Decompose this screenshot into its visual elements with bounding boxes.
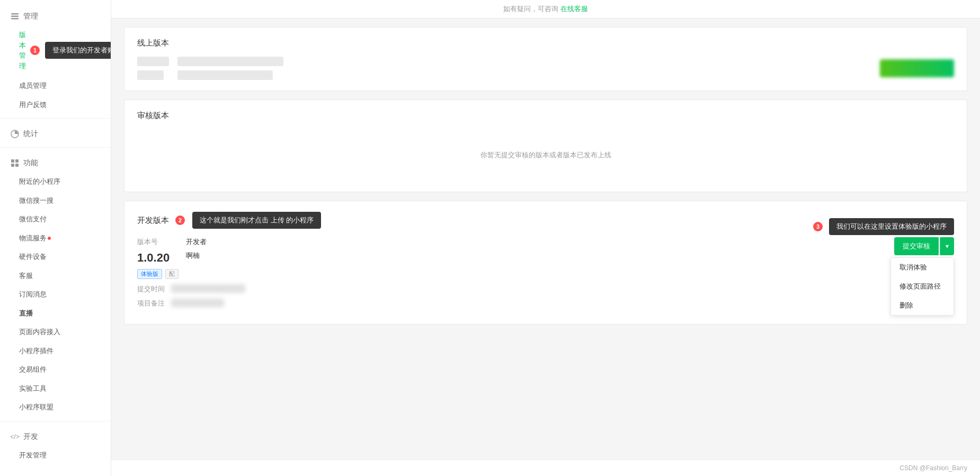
svg-rect-1 xyxy=(11,16,19,17)
sidebar-item-service[interactable]: 客服 xyxy=(0,266,111,285)
svg-rect-0 xyxy=(11,13,19,15)
notes-value xyxy=(171,299,224,309)
svg-rect-4 xyxy=(11,159,14,163)
online-version-card: 线上版本 xyxy=(124,27,967,91)
sidebar: 管理 版本管理 1 登录我们的开发者账户，点击版本管理 成员管理 用户反馈 统计… xyxy=(0,0,111,476)
annotation-bubble-1: 登录我们的开发者账户，点击版本管理 xyxy=(45,42,111,59)
submit-review-arrow-button[interactable]: ▾ xyxy=(940,237,954,255)
sidebar-item-dev-management[interactable]: 开发管理 xyxy=(0,446,111,465)
sidebar-item-nearby[interactable]: 附近的小程序 xyxy=(0,172,111,191)
sidebar-item-subscribe[interactable]: 订阅消息 xyxy=(0,285,111,304)
sidebar-item-version[interactable]: 版本管理 xyxy=(19,30,26,71)
annotation-bubble-2: 这个就是我们刚才点击 上传 的小程序 xyxy=(192,212,321,229)
sidebar-item-union[interactable]: 小程序联盟 xyxy=(0,398,111,417)
submit-review-button[interactable]: 提交审核 xyxy=(894,237,939,255)
online-version-blurred-info xyxy=(137,57,283,80)
tag-dev: 配 xyxy=(165,269,179,279)
sidebar-item-search[interactable]: 微信搜一搜 xyxy=(0,191,111,210)
sidebar-item-plugin[interactable]: 小程序插件 xyxy=(0,342,111,361)
review-empty-text: 你暂无提交审核的版本或者版本已发布上线 xyxy=(137,129,954,181)
sidebar-section-management: 管理 xyxy=(0,5,111,25)
svg-rect-7 xyxy=(15,164,19,167)
online-version-green-button xyxy=(880,59,954,77)
step-badge-1: 1 xyxy=(30,46,40,55)
notes-label: 项目备注 xyxy=(137,299,165,309)
function-title: 功能 xyxy=(23,158,38,168)
sidebar-item-trade[interactable]: 交易组件 xyxy=(0,360,111,379)
dev-version-actions: 3 我们可以在这里设置体验版的小程序 提交审核 ▾ 取消体验 修改页面路径 xyxy=(890,237,954,313)
annotation-bubble-3: 我们可以在这里设置体验版的小程序 xyxy=(829,218,954,235)
sidebar-item-logistics[interactable]: 物流服务 xyxy=(0,229,111,248)
step-badge-3: 3 xyxy=(813,222,823,231)
dropdown-item-modify-path[interactable]: 修改页面路径 xyxy=(891,277,954,296)
sidebar-item-live[interactable]: 直播 xyxy=(0,304,111,323)
topbar: 如有疑问，可咨询 在线客服 xyxy=(111,0,980,19)
svg-rect-5 xyxy=(15,159,19,163)
footer-text: CSDN @Fashion_Barry xyxy=(899,464,967,472)
sidebar-section-stats: 统计 xyxy=(0,123,111,143)
step-badge-2: 2 xyxy=(175,215,185,225)
dropdown-menu: 取消体验 修改页面路径 删除 xyxy=(890,257,954,316)
submit-time-value xyxy=(171,284,245,294)
topbar-text: 如有疑问，可咨询 xyxy=(503,4,558,14)
dev-title: 开发 xyxy=(23,432,38,442)
version-number: 1.0.20 xyxy=(137,251,180,265)
review-version-title: 审核版本 xyxy=(137,111,954,121)
stats-icon xyxy=(11,130,19,138)
review-version-card: 审核版本 你暂无提交审核的版本或者版本已发布上线 xyxy=(124,100,967,192)
sidebar-item-feedback[interactable]: 用户反馈 xyxy=(0,95,111,114)
online-version-content xyxy=(137,57,954,80)
sidebar-section-function: 功能 xyxy=(0,152,111,172)
sidebar-item-pay[interactable]: 微信支付 xyxy=(0,210,111,229)
developer-value: 啊楠 xyxy=(186,251,245,265)
submit-time-label: 提交时间 xyxy=(137,284,165,294)
dev-version-info: 版本号 开发者 1.0.20 啊楠 体验版 配 提交时间 xyxy=(137,237,245,309)
dropdown-item-delete[interactable]: 删除 xyxy=(891,296,954,315)
dev-info-grid: 版本号 开发者 1.0.20 啊楠 xyxy=(137,237,245,265)
svg-rect-2 xyxy=(11,18,19,20)
dropdown-item-cancel-trial[interactable]: 取消体验 xyxy=(891,258,954,277)
tag-trial: 体验版 xyxy=(137,269,162,279)
dev-version-card: 开发版本 2 这个就是我们刚才点击 上传 的小程序 版本号 开发者 1.0.20… xyxy=(124,201,967,325)
sidebar-item-page-content[interactable]: 页面内容接入 xyxy=(0,322,111,342)
topbar-link[interactable]: 在线客服 xyxy=(560,4,588,14)
submit-review-btn-group: 提交审核 ▾ xyxy=(894,237,954,255)
main-content: 如有疑问，可咨询 在线客服 线上版本 xyxy=(111,0,980,476)
sidebar-item-member[interactable]: 成员管理 xyxy=(0,76,111,95)
notes-row: 项目备注 xyxy=(137,299,245,309)
function-icon xyxy=(11,159,19,167)
sidebar-section-dev: </> 开发 xyxy=(0,426,111,446)
content-area: 线上版本 审核版本 你暂无提交审核的版本或者版本已发布上线 xyxy=(111,19,980,460)
developer-label: 开发者 xyxy=(186,237,245,247)
version-label: 版本号 xyxy=(137,237,180,247)
management-icon xyxy=(11,12,19,21)
management-title: 管理 xyxy=(23,12,38,21)
dev-version-title: 开发版本 xyxy=(137,215,169,226)
online-version-title: 线上版本 xyxy=(137,38,954,48)
dev-version-body: 版本号 开发者 1.0.20 啊楠 体验版 配 提交时间 xyxy=(137,237,954,313)
logistics-red-dot xyxy=(48,237,51,240)
stats-title: 统计 xyxy=(23,129,38,139)
version-tags: 体验版 配 xyxy=(137,269,245,279)
sidebar-item-hardware[interactable]: 硬件设备 xyxy=(0,247,111,266)
sidebar-item-experiment[interactable]: 实验工具 xyxy=(0,379,111,398)
dev-icon: </> xyxy=(11,433,19,441)
footer: CSDN @Fashion_Barry xyxy=(111,460,980,476)
svg-rect-6 xyxy=(11,164,14,167)
annotation-3-wrap: 3 我们可以在这里设置体验版的小程序 xyxy=(811,218,954,235)
submit-time-row: 提交时间 xyxy=(137,284,245,294)
